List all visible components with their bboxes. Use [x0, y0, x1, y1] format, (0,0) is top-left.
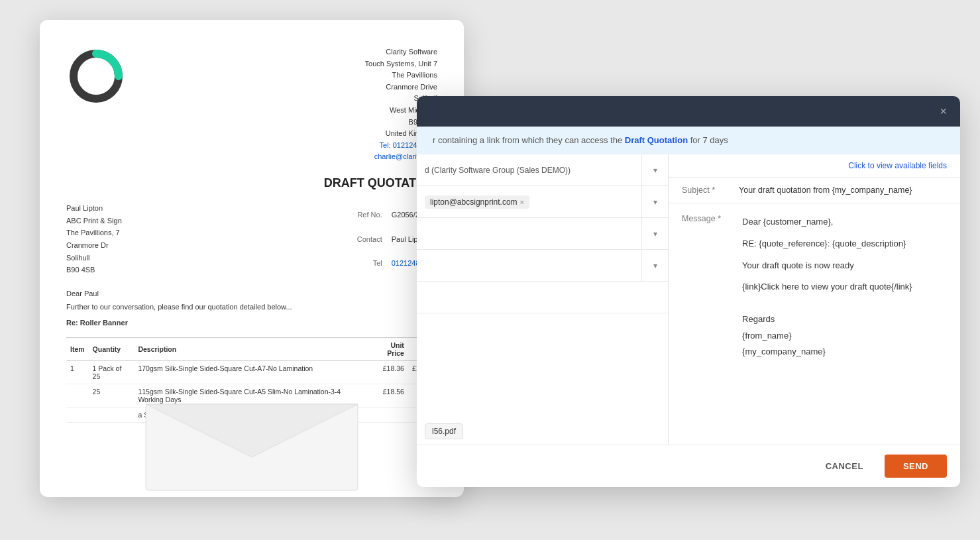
- available-fields-link[interactable]: Click to view available fields: [848, 161, 947, 170]
- re-text: Re: Roller Banner: [66, 319, 437, 327]
- to-dropdown-arrow[interactable]: ▾: [641, 186, 668, 217]
- row3-quantity: [89, 407, 135, 423]
- cc-row: ▾: [417, 218, 668, 250]
- msg-line-6: [742, 274, 952, 279]
- bcc-dropdown-arrow[interactable]: ▾: [641, 250, 668, 281]
- dialog-header: ×: [417, 96, 960, 127]
- msg-line-2: [742, 231, 952, 236]
- info-banner: r containing a link from which they can …: [417, 127, 960, 154]
- dialog-footer: CANCEL SEND: [417, 445, 960, 487]
- row1-quantity: 1 Pack of 25: [89, 361, 135, 384]
- client-addr3: Solihull: [66, 252, 122, 264]
- company-addr1: Touch Systems, Unit 7: [365, 58, 437, 70]
- bcc-field[interactable]: [417, 250, 641, 281]
- client-name: Paul Lipton: [66, 202, 122, 215]
- dear-line: Dear Paul: [66, 290, 437, 297]
- company-name: Clarity Software: [365, 46, 437, 58]
- row2-quantity: 25: [89, 384, 135, 407]
- cc-dropdown-arrow[interactable]: ▾: [641, 218, 668, 249]
- msg-line-7: {link}Click here to view your draft quot…: [742, 279, 952, 296]
- col-item: Item: [66, 338, 89, 361]
- email-tag-value: lipton@abcsignprint.com: [430, 197, 517, 207]
- from-field-content: d (Clarity Software Group (Sales DEMO)): [417, 154, 641, 186]
- msg-line-8: [742, 296, 952, 311]
- row1-unit: £18.36: [369, 361, 408, 384]
- row2-item: [66, 384, 89, 407]
- client-addr1: The Pavillions, 7: [66, 227, 122, 239]
- row2-unit: £18.56: [369, 384, 408, 407]
- message-section: Message * Dear {customer_name}, RE: {quo…: [669, 203, 960, 445]
- company-addr2: The Pavillions: [365, 70, 437, 81]
- info-text-after: for 7 days: [688, 135, 728, 145]
- email-dialog: × r containing a link from which they ca…: [417, 96, 960, 487]
- row3-unit: [369, 407, 408, 423]
- row1-item: 1: [66, 361, 89, 384]
- draft-quotation-link[interactable]: Draft Quotation: [625, 135, 688, 145]
- subject-section: Subject * Your draft quotation from {my_…: [669, 178, 960, 203]
- close-button[interactable]: ×: [940, 105, 947, 117]
- subject-label: Subject *: [669, 178, 728, 203]
- extra-field[interactable]: [417, 282, 668, 313]
- row1-desc: 170gsm Silk-Single Sided-Square Cut-A7-N…: [134, 361, 368, 384]
- col-quantity: Quantity: [89, 338, 135, 361]
- client-addr4: B90 4SB: [66, 264, 122, 276]
- from-row: d (Clarity Software Group (Sales DEMO)) …: [417, 154, 668, 186]
- attachment-row: l56.pdf: [417, 418, 668, 445]
- cc-field[interactable]: [417, 218, 641, 249]
- msg-line-9: Regards: [742, 311, 952, 328]
- invoice-card: Clarity Software Touch Systems, Unit 7 T…: [40, 20, 464, 497]
- msg-line-10: {from_name}: [742, 328, 952, 345]
- info-text-before: r containing a link from which they can …: [433, 135, 625, 145]
- message-content[interactable]: Dear {customer_name}, RE: {quote_referen…: [734, 203, 960, 445]
- company-logo: [66, 46, 126, 106]
- ref-no-label: Ref No.: [357, 203, 390, 227]
- invoice-title: DRAFT QUOTATION: [66, 176, 437, 190]
- tel-label: Tel: [357, 252, 390, 275]
- msg-line-1: Dear {customer_name},: [742, 214, 952, 231]
- invoice-meta: Paul Lipton ABC Print & Sign The Pavilli…: [66, 202, 437, 276]
- client-company: ABC Print & Sign: [66, 215, 122, 227]
- msg-line-4: [742, 252, 952, 258]
- dialog-body: d (Clarity Software Group (Sales DEMO)) …: [417, 154, 960, 445]
- from-dropdown-arrow[interactable]: ▾: [641, 154, 668, 186]
- invoice-header: Clarity Software Touch Systems, Unit 7 T…: [66, 46, 437, 163]
- message-label: Message *: [669, 203, 734, 445]
- extra-row: [417, 282, 668, 313]
- col-unit-price: Unit Price: [369, 338, 408, 361]
- client-address-block: Paul Lipton ABC Print & Sign The Pavilli…: [66, 202, 122, 276]
- to-field-content[interactable]: lipton@abcsignprint.com ×: [417, 186, 641, 217]
- row3-item: [66, 407, 89, 423]
- msg-line-11: {my_company_name}: [742, 344, 952, 360]
- attachment-tag[interactable]: l56.pdf: [425, 423, 463, 439]
- msg-line-5: Your draft quote is now ready: [742, 258, 952, 274]
- subject-value[interactable]: Your draft quotation from {my_company_na…: [728, 178, 960, 203]
- company-addr3: Cranmore Drive: [365, 81, 437, 93]
- message-header-row: Click to view available fields: [669, 154, 960, 178]
- bcc-row: ▾: [417, 250, 668, 282]
- envelope-decoration: [139, 391, 364, 497]
- message-panel: Click to view available fields Subject *…: [669, 154, 960, 445]
- from-value: d (Clarity Software Group (Sales DEMO)): [425, 166, 571, 175]
- send-button[interactable]: SEND: [885, 455, 947, 478]
- remove-email-button[interactable]: ×: [520, 198, 524, 206]
- table-row: 1 1 Pack of 25 170gsm Silk-Single Sided-…: [66, 361, 437, 384]
- form-panel: d (Clarity Software Group (Sales DEMO)) …: [417, 154, 669, 445]
- to-row: lipton@abcsignprint.com × ▾: [417, 186, 668, 218]
- cancel-button[interactable]: CANCEL: [815, 456, 874, 476]
- msg-line-3: RE: {quote_reference}: {quote_descriptio…: [742, 236, 952, 252]
- client-addr2: Cranmore Dr: [66, 239, 122, 252]
- col-description: Description: [134, 338, 368, 361]
- email-tag: lipton@abcsignprint.com ×: [425, 195, 529, 209]
- contact-label: Contact: [357, 228, 390, 251]
- body-text: Further to our conversation, please find…: [66, 303, 437, 311]
